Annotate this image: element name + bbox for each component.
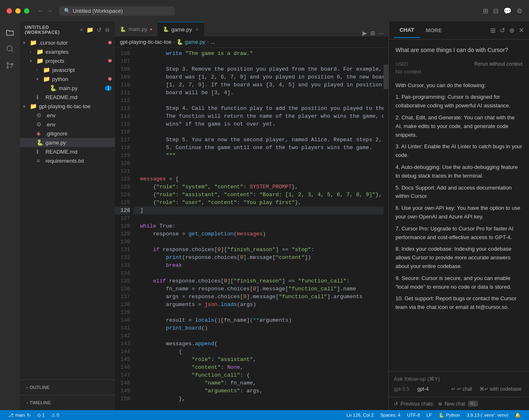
errors-count[interactable]: ⊙ 1 bbox=[34, 410, 48, 420]
minimap-thumb[interactable] bbox=[384, 64, 388, 89]
line-ending[interactable]: LF bbox=[423, 410, 435, 420]
tab-more[interactable]: MORE bbox=[420, 23, 448, 38]
code-line bbox=[133, 332, 384, 340]
git-icon[interactable] bbox=[2, 58, 17, 73]
chat-input[interactable] bbox=[394, 376, 524, 382]
code-line: fn_name = response.choices[0].message["f… bbox=[133, 285, 384, 293]
chat-label: ↵ chat bbox=[457, 386, 472, 392]
chevron-right-icon: › bbox=[26, 385, 28, 390]
breadcrumb-symbol[interactable]: ... bbox=[210, 39, 215, 45]
chat-answer-item-5: 5. Docs Support: Add and access document… bbox=[396, 184, 522, 201]
code-line bbox=[133, 269, 384, 277]
tab-label: main.py bbox=[129, 26, 148, 32]
previous-chats-btn[interactable]: ↺ Previous chats bbox=[394, 401, 433, 407]
history-icon[interactable]: ↺ bbox=[500, 26, 505, 34]
workspace-title: Untitled (Workspace) bbox=[73, 8, 123, 14]
new-folder-icon[interactable]: 📁 bbox=[86, 26, 93, 33]
tab-game-py[interactable]: 🐍 game.py × bbox=[158, 22, 204, 36]
tab-main-py[interactable]: 🐍 main.py ● bbox=[115, 22, 158, 36]
tree-item-env2[interactable]: ⚙ .env bbox=[20, 120, 115, 129]
expand-icon[interactable]: ⊞ bbox=[490, 26, 496, 34]
maximize-button[interactable] bbox=[24, 8, 29, 14]
code-line: messages.append( bbox=[133, 340, 384, 348]
chat-header-actions: ⊞ ↺ ⊕ ✕ bbox=[490, 26, 524, 34]
python-icon: 🐍 bbox=[120, 26, 126, 32]
split-icon[interactable]: ⊟ bbox=[493, 7, 498, 15]
collapse-icon[interactable]: ⊖ bbox=[105, 26, 110, 33]
code-line: {"role": "user", "content": "You play fi… bbox=[133, 199, 384, 206]
tree-item-examples[interactable]: › 📁 examples bbox=[20, 47, 115, 56]
tree-item-javascript[interactable]: › 📁 javascript bbox=[20, 65, 115, 74]
chevron-down-icon: ▾ bbox=[23, 40, 30, 45]
breadcrumb-folder[interactable]: gpt-playing-tic-tac-toe bbox=[120, 39, 172, 45]
chat-send-actions: ↵ ↵ chat ⌘↵ with codebase bbox=[449, 385, 524, 393]
code-line: while True: bbox=[133, 222, 384, 230]
back-arrow[interactable]: ← bbox=[38, 7, 43, 14]
rerun-link[interactable]: Rerun without context bbox=[474, 61, 522, 67]
tree-item-game-py[interactable]: 🐍 game.py bbox=[20, 138, 115, 147]
chat-icon[interactable]: 💬 bbox=[503, 7, 512, 15]
search-icon[interactable] bbox=[2, 41, 17, 56]
settings-icon[interactable]: ⚙ bbox=[517, 7, 522, 15]
code-line: Step 4. Call the function play to add th… bbox=[133, 104, 384, 112]
code-line: response = get_completion(messages) bbox=[133, 230, 384, 238]
tree-item-readme-projects[interactable]: ℹ README.md bbox=[20, 93, 115, 102]
warnings-count[interactable]: ⚠ 0 bbox=[48, 410, 62, 420]
tree-item-python[interactable]: ▾ 📁 python bbox=[20, 74, 115, 83]
more-actions-icon[interactable]: ··· bbox=[379, 30, 384, 36]
send-chat-btn[interactable]: ↵ ↵ chat bbox=[449, 385, 474, 393]
timeline-toggle[interactable]: › TIMELINE bbox=[20, 399, 115, 407]
history-small-icon: ↺ bbox=[394, 401, 398, 407]
run-icon[interactable]: ▶ bbox=[362, 30, 367, 36]
tree-item-env[interactable]: ⚙ .env bbox=[20, 111, 115, 120]
tree-item-main-py[interactable]: 🐍 main.py 1 bbox=[20, 83, 115, 93]
encoding-label: UTF-8 bbox=[407, 413, 420, 418]
model-gpt35[interactable]: gpt-3.5 bbox=[394, 386, 409, 392]
refresh-icon[interactable]: ↺ bbox=[97, 26, 102, 33]
editor-actions: ▶ ⊞ ··· bbox=[362, 30, 388, 36]
errors-label: ⊙ 1 bbox=[37, 413, 45, 418]
close-panel-icon[interactable]: ✕ bbox=[519, 26, 524, 34]
outline-toggle[interactable]: › OUTLINE bbox=[20, 383, 115, 392]
add-icon[interactable]: ⊕ bbox=[509, 26, 515, 34]
breadcrumb-sep2: › bbox=[207, 39, 209, 45]
python-version[interactable]: 3.9.13 ('.venv': venv) bbox=[463, 410, 512, 420]
tree-item-readme-root[interactable]: ℹ README.md bbox=[20, 147, 115, 156]
new-chat-btn[interactable]: ⊕ New chat ⌘L bbox=[438, 401, 478, 407]
git-branch[interactable]: ⎇ main ↻ bbox=[5, 410, 34, 420]
code-line bbox=[133, 159, 384, 167]
address-bar[interactable]: 🔍 Untitled (Workspace) bbox=[59, 6, 175, 16]
tree-item-gpt-ttt[interactable]: ▾ 📁 gpt-playing-tic-tac-toe bbox=[20, 102, 115, 111]
indent-size[interactable]: Spaces: 4 bbox=[377, 410, 404, 420]
new-file-icon[interactable]: + bbox=[80, 26, 83, 33]
minimize-button[interactable] bbox=[15, 8, 21, 14]
chat-answer-item-2: 2. Chat, Edit, and Generate: You can cha… bbox=[396, 114, 522, 139]
model-gpt4[interactable]: gpt-4 bbox=[417, 386, 429, 392]
close-button[interactable] bbox=[7, 8, 12, 14]
tree-item-gitignore[interactable]: ◈ .gitignore bbox=[20, 129, 115, 138]
outline-label: OUTLINE bbox=[30, 385, 50, 390]
cursor-position[interactable]: Ln 126, Col 2 bbox=[343, 410, 377, 420]
encoding[interactable]: UTF-8 bbox=[404, 410, 423, 420]
new-chat-label: New chat bbox=[445, 401, 465, 407]
chat-context-label: USED Rerun without context bbox=[396, 61, 522, 67]
no-context-label: No context bbox=[396, 69, 522, 75]
svg-point-1 bbox=[7, 62, 9, 64]
tree-item-cursor-tutor[interactable]: ▾ 📁 .cursor-tutor bbox=[20, 38, 115, 47]
layout-icon[interactable]: ⊞ bbox=[483, 7, 488, 15]
tree-item-projects[interactable]: ▾ 📁 projects bbox=[20, 56, 115, 65]
breadcrumb-file[interactable]: 🐍 game.py bbox=[176, 39, 205, 45]
code-line: }, bbox=[133, 395, 384, 403]
chat-input-row bbox=[394, 376, 524, 382]
forward-arrow[interactable]: → bbox=[47, 7, 52, 14]
send-codebase-btn[interactable]: ⌘↵ with codebase bbox=[477, 385, 524, 393]
sidebar-title: UNTITLED (WORKSPACE) bbox=[25, 25, 80, 35]
language-mode[interactable]: 🐍 Python bbox=[435, 410, 463, 420]
tree-item-requirements[interactable]: ≡ requirements.txt bbox=[20, 156, 115, 165]
explorer-icon[interactable] bbox=[2, 25, 17, 40]
code-content[interactable]: write "The game is a draw." Step 3. Remo… bbox=[133, 48, 384, 410]
close-tab-icon[interactable]: × bbox=[195, 26, 198, 33]
split-editor-icon[interactable]: ⊞ bbox=[370, 30, 375, 36]
notifications-bell[interactable]: 🔔 bbox=[512, 410, 524, 420]
tab-chat[interactable]: CHAT bbox=[394, 23, 420, 38]
